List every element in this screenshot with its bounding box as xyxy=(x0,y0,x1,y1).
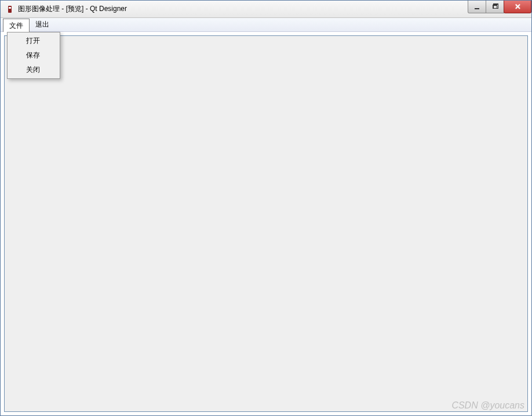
titlebar[interactable]: 图形图像处理 - [预览] - Qt Designer ✕ xyxy=(1,1,531,18)
menubar: 文件 退出 xyxy=(1,18,531,32)
svg-rect-1 xyxy=(9,7,11,9)
minimize-icon xyxy=(475,8,479,9)
svg-rect-0 xyxy=(8,6,12,13)
dropdown-save[interactable]: 保存 xyxy=(9,48,59,63)
menu-exit[interactable]: 退出 xyxy=(30,18,55,31)
maximize-button[interactable] xyxy=(486,1,504,13)
menu-file[interactable]: 文件 xyxy=(3,19,30,32)
window-title: 图形图像处理 - [预览] - Qt Designer xyxy=(18,4,127,14)
file-dropdown-menu: 打开 保存 关闭 xyxy=(7,32,60,79)
maximize-icon xyxy=(493,5,497,9)
content-area xyxy=(4,35,528,412)
dropdown-close[interactable]: 关闭 xyxy=(9,63,59,77)
app-icon xyxy=(5,5,14,14)
close-button[interactable]: ✕ xyxy=(504,1,531,13)
application-window: 图形图像处理 - [预览] - Qt Designer ✕ 文件 退出 打开 保… xyxy=(0,0,532,416)
minimize-button[interactable] xyxy=(468,1,486,13)
dropdown-open[interactable]: 打开 xyxy=(9,34,59,48)
close-icon: ✕ xyxy=(515,2,521,11)
window-controls: ✕ xyxy=(468,1,531,13)
